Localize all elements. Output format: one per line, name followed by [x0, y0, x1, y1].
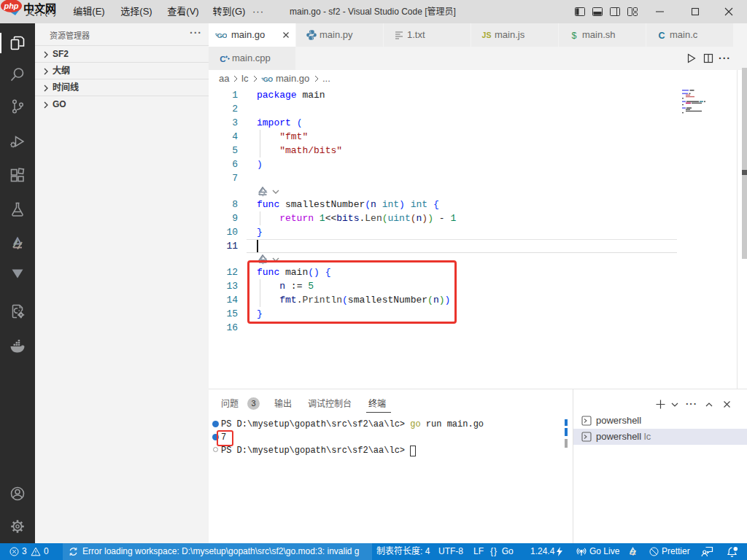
- svg-text:C: C: [220, 55, 225, 63]
- svg-text:JS: JS: [482, 31, 492, 39]
- svg-text:$: $: [572, 31, 577, 41]
- svg-text:GO: GO: [217, 31, 227, 39]
- svg-text:C: C: [658, 31, 665, 41]
- svg-text:php: php: [3, 1, 18, 10]
- svg-text:GO: GO: [263, 76, 273, 83]
